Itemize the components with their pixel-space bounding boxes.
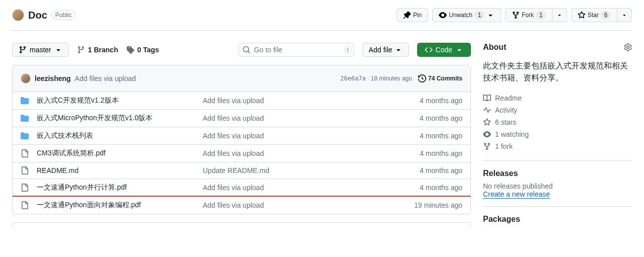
repo-name[interactable]: Doc — [28, 10, 47, 21]
branch-icon — [19, 46, 27, 54]
chevron-down-icon — [455, 46, 463, 54]
stars-link[interactable]: 6 stars — [495, 118, 516, 126]
folder-icon — [21, 97, 29, 105]
tags-link[interactable]: 0 Tags — [126, 46, 159, 54]
readme-box-top — [12, 222, 471, 226]
file-commit-msg[interactable]: Add files via upload — [203, 114, 264, 122]
code-button[interactable]: Code — [417, 43, 471, 57]
latest-commit-bar: leezisheng Add files via upload 26e6a7a … — [13, 65, 470, 92]
fork-button[interactable]: Fork 1 — [505, 8, 552, 22]
file-name-link[interactable]: 一文速通Python并行计算.pdf — [37, 183, 127, 191]
file-row: README.md Update README.md 4 months ago — [13, 162, 470, 179]
owner-avatar[interactable] — [12, 9, 24, 21]
file-commit-msg[interactable]: Add files via upload — [203, 132, 264, 140]
file-name-link[interactable]: 嵌入式MicroPython开发规范v1.0版本 — [37, 114, 152, 122]
star-button[interactable]: Star 6 — [571, 8, 617, 22]
create-release-link[interactable]: Create a new release — [483, 190, 550, 199]
about-description: 此文件夹主要包括嵌入式开发规范和相关技术书籍、资料分享。 — [483, 60, 632, 84]
releases-title: Releases — [483, 169, 632, 178]
file-time: 4 months ago — [420, 97, 462, 105]
file-list: leezisheng Add files via upload 26e6a7a … — [12, 65, 471, 214]
forks-link[interactable]: 1 fork — [495, 142, 513, 150]
visibility-badge: Public — [51, 10, 76, 20]
commit-author-avatar[interactable] — [21, 73, 31, 83]
star-count: 6 — [601, 11, 611, 20]
fork-icon — [512, 11, 520, 19]
gear-icon[interactable] — [624, 43, 632, 51]
branch-select-button[interactable]: master — [12, 43, 69, 57]
chevron-down-icon — [394, 46, 403, 54]
releases-none: No releases published — [483, 182, 632, 190]
file-time: 4 months ago — [420, 166, 462, 175]
tag-icon — [126, 46, 134, 54]
file-icon — [21, 201, 29, 209]
history-icon — [418, 74, 426, 82]
chevron-down-icon — [487, 11, 495, 19]
star-icon — [578, 11, 586, 19]
commit-hash[interactable]: 26e6a7a — [340, 75, 366, 82]
file-row: 嵌入式技术栈列表 Add files via upload 4 months a… — [13, 127, 470, 145]
code-icon — [425, 46, 433, 54]
branches-link[interactable]: 1 Branch — [77, 46, 118, 54]
fork-icon — [483, 142, 491, 150]
commits-link[interactable]: 74 Commits — [418, 74, 462, 82]
file-row: CM3调试系统简析.pdf Add files via upload 4 mon… — [13, 145, 470, 162]
readme-link[interactable]: Readme — [495, 94, 522, 102]
file-row: 嵌入式MicroPython开发规范v1.0版本 Add files via u… — [13, 110, 470, 127]
file-name-link[interactable]: CM3调试系统简析.pdf — [37, 149, 106, 157]
commit-time: 18 minutes ago — [371, 75, 412, 82]
book-icon — [483, 94, 491, 102]
file-commit-msg[interactable]: Add files via upload — [203, 201, 264, 209]
eye-icon — [483, 130, 491, 138]
file-icon — [21, 149, 29, 157]
fork-menu-button[interactable] — [552, 8, 567, 22]
file-icon — [21, 184, 29, 192]
star-menu-button[interactable] — [617, 8, 632, 22]
chevron-down-icon — [556, 11, 562, 19]
pin-button[interactable]: Pin — [396, 8, 428, 22]
file-name-link[interactable]: 嵌入式技术栈列表 — [37, 131, 93, 139]
repo-header: Doc Public Pin Unwatch 1 Fork 1 — [12, 0, 632, 31]
search-icon — [243, 46, 251, 54]
chevron-down-icon — [621, 11, 627, 19]
file-name-link[interactable]: README.md — [37, 166, 78, 175]
folder-icon — [21, 132, 29, 140]
file-row: 一文速通Python并行计算.pdf Add files via upload … — [13, 179, 470, 197]
file-row: 嵌入式C开发规范v1.2版本 Add files via upload 4 mo… — [13, 92, 470, 110]
pin-icon — [403, 11, 411, 19]
chevron-down-icon — [54, 46, 62, 54]
activity-link[interactable]: Activity — [495, 106, 517, 114]
watch-count: 1 — [474, 11, 485, 20]
file-icon — [21, 166, 29, 175]
star-icon — [483, 118, 491, 126]
file-time: 4 months ago — [420, 149, 462, 157]
branch-icon — [77, 46, 85, 54]
file-time: 4 months ago — [420, 184, 462, 192]
add-file-button[interactable]: Add file — [362, 43, 409, 57]
file-commit-msg[interactable]: Add files via upload — [203, 184, 264, 192]
file-toolbar: master 1 Branch 0 Tags t — [12, 43, 471, 57]
watching-link[interactable]: 1 watching — [495, 130, 529, 138]
about-title: About — [483, 43, 506, 52]
file-time: 4 months ago — [420, 132, 462, 140]
file-commit-msg[interactable]: Add files via upload — [203, 97, 264, 105]
unwatch-button[interactable]: Unwatch 1 — [432, 8, 501, 22]
file-name-link[interactable]: 一文速通Python面向对象编程.pdf — [37, 201, 141, 209]
file-commit-msg[interactable]: Update README.md — [203, 166, 269, 175]
commit-author[interactable]: leezisheng — [35, 74, 71, 82]
eye-icon — [439, 11, 447, 19]
pulse-icon — [483, 106, 491, 114]
file-row: 一文速通Python面向对象编程.pdf Add files via uploa… — [13, 197, 470, 214]
folder-icon — [21, 114, 29, 122]
file-name-link[interactable]: 嵌入式C开发规范v1.2版本 — [37, 96, 119, 104]
file-time: 19 minutes ago — [414, 201, 462, 209]
packages-title: Packages — [483, 215, 632, 224]
commit-message[interactable]: Add files via upload — [75, 74, 136, 82]
go-to-file-input[interactable] — [238, 43, 354, 57]
fork-count: 1 — [536, 11, 546, 20]
file-commit-msg[interactable]: Add files via upload — [203, 149, 264, 157]
file-time: 4 months ago — [420, 114, 462, 122]
search-shortcut: t — [345, 46, 351, 53]
